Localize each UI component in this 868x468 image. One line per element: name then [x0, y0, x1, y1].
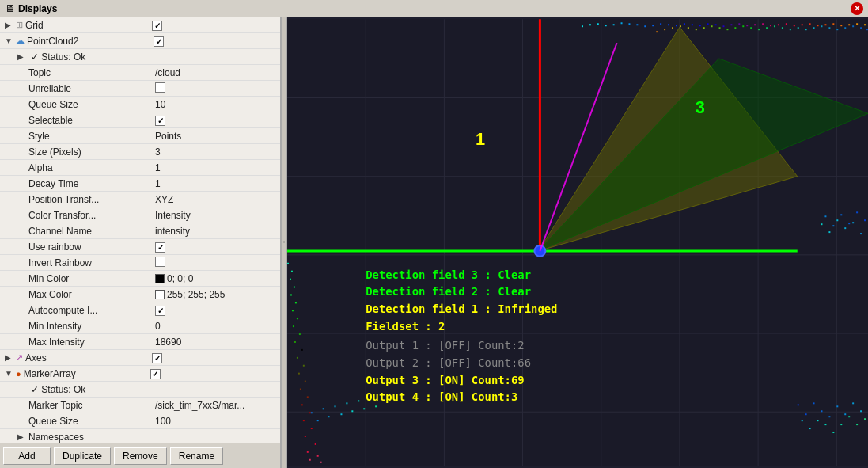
- svg-rect-91: [860, 233, 862, 234]
- label-sizepixels: Size (Pixels): [28, 146, 155, 158]
- svg-rect-147: [742, 25, 744, 27]
- svg-rect-43: [802, 24, 803, 25]
- svg-rect-61: [299, 333, 301, 335]
- add-button[interactable]: Add: [3, 447, 51, 465]
- svg-text:3: 3: [696, 97, 705, 117]
- displays-icon: 🖥: [5, 2, 15, 14]
- checkbox-autocompute[interactable]: [155, 306, 165, 316]
- value-topic: /cloud: [155, 67, 279, 78]
- label-pointcloud2: PointCloud2: [27, 36, 154, 47]
- svg-rect-106: [358, 400, 359, 401]
- label-maxintensity: Max Intensity: [28, 337, 155, 348]
- svg-text:Output  3  :  [ON]  Count:69: Output 3 : [ON] Count:69: [366, 374, 524, 386]
- value-axes[interactable]: [152, 352, 279, 363]
- tree-item-markerarray[interactable]: ▼●MarkerArray: [0, 366, 280, 382]
- svg-text:Detection  field  1  :  Infrin: Detection field 1 : Infringed: [366, 302, 557, 315]
- svg-rect-96: [856, 211, 858, 213]
- svg-rect-149: [758, 29, 760, 30]
- svg-rect-146: [734, 27, 736, 29]
- svg-rect-93: [832, 225, 834, 226]
- svg-point-82: [534, 245, 545, 257]
- color-swatch-maxcolor: [155, 290, 165, 299]
- svg-rect-105: [351, 410, 353, 412]
- checkbox-markerarray[interactable]: [150, 369, 161, 379]
- remove-button[interactable]: Remove: [114, 447, 167, 465]
- collapse-arrow[interactable]: ▼: [5, 369, 16, 378]
- tree-item-selectable: Selectable: [0, 112, 280, 128]
- value-maxintensity: 18690: [155, 337, 279, 348]
- label-grid: Grid: [25, 20, 152, 31]
- expand-arrow[interactable]: ▶: [5, 21, 16, 29]
- tree-area[interactable]: ▶⊞Grid▼☁PointCloud2▶✓ Status: OkTopic/cl…: [0, 17, 280, 443]
- value-autocompute[interactable]: [155, 305, 279, 316]
- right-panel: 1 3: [287, 17, 868, 468]
- duplicate-button[interactable]: Duplicate: [54, 447, 111, 465]
- rename-button[interactable]: Rename: [170, 447, 223, 465]
- svg-rect-107: [363, 408, 365, 409]
- resize-handle[interactable]: ⋮: [281, 17, 287, 468]
- tree-item-grid[interactable]: ▶⊞Grid: [0, 17, 280, 33]
- svg-rect-35: [738, 23, 740, 25]
- tree-item-decaytime: Decay Time1: [0, 176, 280, 192]
- svg-rect-19: [613, 24, 615, 25]
- value-invertrainbow[interactable]: [155, 257, 279, 269]
- value-selectable[interactable]: [155, 115, 279, 126]
- value-pointcloud2[interactable]: [154, 36, 279, 47]
- checkbox-unreliable[interactable]: [155, 82, 165, 93]
- svg-rect-49: [848, 24, 850, 25]
- label-markerarray: MarkerArray: [24, 368, 150, 379]
- svg-rect-75: [315, 443, 316, 445]
- checkbox-grid[interactable]: [152, 21, 162, 31]
- svg-rect-18: [605, 25, 607, 26]
- value-grid[interactable]: [152, 20, 279, 31]
- tree-item-marker-status: ✓ Status: Ok: [0, 382, 280, 398]
- svg-rect-138: [672, 27, 673, 29]
- svg-rect-71: [309, 412, 311, 413]
- checkbox-selectable[interactable]: [155, 116, 165, 126]
- collapse-arrow[interactable]: ▼: [5, 36, 16, 45]
- svg-rect-17: [597, 23, 599, 25]
- label-axes: Axes: [25, 352, 152, 363]
- svg-rect-87: [828, 231, 830, 233]
- value-style: Points: [155, 131, 279, 142]
- label-marker-status: ✓ Status: Ok: [31, 384, 157, 395]
- svg-rect-142: [703, 27, 705, 29]
- value-userainbow[interactable]: [155, 242, 279, 253]
- svg-rect-112: [813, 402, 815, 404]
- svg-rect-50: [856, 23, 858, 25]
- value-minintensity: 0: [155, 321, 279, 332]
- svg-rect-157: [821, 25, 822, 27]
- label-unreliable: Unreliable: [28, 83, 155, 94]
- label-channelname: Channel Name: [28, 226, 155, 237]
- tree-item-topic: Topic/cloud: [0, 65, 280, 81]
- svg-rect-137: [664, 29, 665, 30]
- value-queuesize: 10: [155, 99, 279, 110]
- expand-arrow[interactable]: ▶: [17, 432, 28, 441]
- svg-rect-39: [770, 25, 771, 26]
- checkbox-invertrainbow[interactable]: [155, 257, 165, 267]
- close-button[interactable]: ✕: [851, 2, 863, 15]
- checkbox-pointcloud2[interactable]: [154, 36, 164, 47]
- value-markerarray[interactable]: [150, 368, 279, 379]
- svg-rect-33: [723, 25, 725, 27]
- axes-icon: ↗: [16, 352, 23, 363]
- checkbox-userainbow[interactable]: [155, 242, 165, 253]
- svg-text:Output  2  : [OFF]  Count:66: Output 2 : [OFF] Count:66: [366, 356, 531, 369]
- svg-rect-59: [297, 318, 298, 319]
- tree-item-namespaces[interactable]: ▶Namespaces: [0, 429, 280, 443]
- value-unreliable[interactable]: [155, 82, 279, 95]
- expand-arrow[interactable]: ▶: [5, 353, 16, 362]
- svg-rect-29: [692, 24, 693, 25]
- checkbox-axes[interactable]: [152, 353, 162, 363]
- tree-item-pointcloud2[interactable]: ▼☁PointCloud2: [0, 33, 280, 49]
- label-selectable: Selectable: [28, 115, 155, 126]
- svg-rect-155: [805, 29, 807, 30]
- tree-item-axes[interactable]: ▶↗Axes: [0, 350, 280, 366]
- svg-rect-32: [715, 24, 717, 25]
- label-userainbow: Use rainbow: [28, 242, 155, 253]
- svg-rect-103: [340, 413, 342, 415]
- expand-arrow[interactable]: ▶: [17, 52, 28, 61]
- svg-text:Output  1  : [OFF]  Count:2: Output 1 : [OFF] Count:2: [366, 339, 524, 352]
- tree-item-colortransf: Color Transfor...Intensity: [0, 207, 280, 223]
- label-colortransf: Color Transfor...: [28, 210, 155, 221]
